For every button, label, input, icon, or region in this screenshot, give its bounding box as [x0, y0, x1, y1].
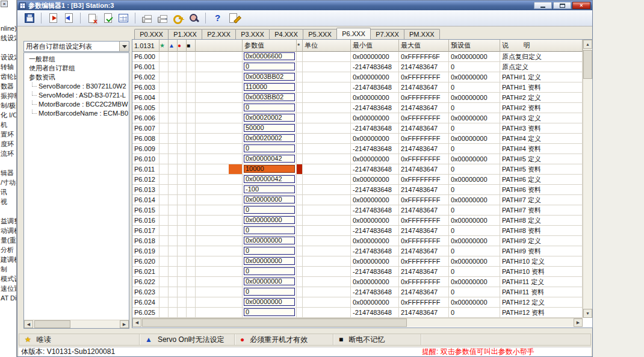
title-bar[interactable]: 参数编辑器1 : [B3] Station:3 [17, 1, 592, 10]
panel-close-icon[interactable] [1, 1, 8, 7]
param-value-input[interactable]: -100 [244, 185, 295, 193]
minimize-button[interactable] [534, 2, 552, 9]
param-value-input[interactable]: 0x0003BB02 [244, 73, 295, 81]
nav-item[interactable]: 机 [0, 120, 16, 129]
nav-item[interactable]: 视 [0, 197, 16, 206]
close-button[interactable] [572, 2, 590, 9]
param-id-cell[interactable]: P6.019 [132, 246, 159, 256]
nav-item[interactable]: AT Diagr [0, 293, 16, 303]
nav-item[interactable]: /寸动控 [0, 178, 16, 187]
scroll-left-button[interactable] [24, 320, 33, 328]
nav-item[interactable]: 设设定 [0, 52, 16, 62]
nav-item[interactable]: nline) [0, 23, 16, 33]
param-id-cell[interactable]: P6.000 [132, 52, 159, 62]
tree-item[interactable]: 使用者自订群组 [24, 64, 129, 73]
param-id-cell[interactable]: P6.010 [132, 154, 159, 164]
table-button[interactable] [116, 11, 131, 25]
tab-p0.xxx[interactable]: P0.XXX [134, 29, 169, 39]
scrollbar-thumb[interactable] [583, 50, 592, 79]
param-value-input[interactable]: 0 [244, 247, 295, 255]
nav-item[interactable]: 齿轮比 [0, 72, 16, 81]
table-vertical-scrollbar[interactable] [583, 40, 592, 318]
table-horizontal-scrollbar[interactable] [132, 318, 583, 327]
tree-item[interactable]: 参数资讯 [24, 73, 129, 82]
param-id-cell[interactable]: P6.022 [132, 277, 159, 287]
tab-p7.xxx[interactable]: P7.XXX [370, 29, 404, 39]
nav-item[interactable]: 建调机 [0, 255, 16, 264]
param-value-input[interactable]: 0x00000000 [244, 196, 295, 203]
nav-item[interactable]: 度环 [0, 139, 16, 149]
tree-item[interactable]: ServoBarcode : B30721L0W2 [24, 82, 129, 91]
nav-item[interactable]: 分析 [0, 245, 16, 255]
param-id-cell[interactable]: P6.023 [132, 287, 159, 297]
nav-item[interactable]: 化 I/O [0, 110, 16, 120]
param-id-cell[interactable]: P6.007 [132, 123, 159, 134]
scroll-left-button[interactable] [132, 318, 141, 327]
nav-item[interactable]: 转轴 [0, 62, 16, 72]
param-value-input[interactable]: 0 [244, 63, 295, 70]
param-id-cell[interactable]: P6.003 [132, 82, 159, 93]
param-value-input[interactable]: 0 [244, 144, 295, 152]
group-list-dropdown[interactable]: 用者自订群组设定列表 [23, 41, 129, 52]
tab-pm.xxx[interactable]: PM.XXX [404, 29, 440, 39]
nav-item[interactable]: 速位置排 [0, 284, 16, 293]
verify-button[interactable] [101, 11, 115, 25]
edit-button[interactable] [226, 11, 240, 25]
scroll-down-button[interactable] [583, 309, 592, 318]
param-id-cell[interactable]: P6.012 [132, 175, 159, 185]
nav-item[interactable] [0, 206, 16, 216]
param-value-input[interactable]: 0 [244, 267, 295, 275]
param-id-cell[interactable]: P6.008 [132, 134, 159, 144]
param-id-cell[interactable]: P6.001 [132, 62, 159, 72]
param-id-cell[interactable]: P6.014 [132, 195, 159, 205]
write-servo-button[interactable] [46, 11, 60, 25]
param-id-cell[interactable]: P6.004 [132, 93, 159, 103]
param-id-cell[interactable]: P6.024 [132, 297, 159, 308]
nav-item[interactable]: 制/极限 [0, 101, 16, 110]
param-value-input[interactable]: 0 [244, 206, 295, 214]
param-id-cell[interactable]: P6.002 [132, 72, 159, 82]
param-id-cell[interactable]: P6.020 [132, 256, 159, 267]
param-value-input[interactable]: 0x00000042 [244, 155, 295, 163]
tab-p2.xxx[interactable]: P2.XXX [202, 29, 236, 39]
tab-p1.xxx[interactable]: P1.XXX [168, 29, 202, 39]
nav-item[interactable]: 辑器 [0, 168, 16, 178]
scroll-right-button[interactable] [120, 320, 129, 328]
print-button[interactable] [140, 11, 154, 25]
param-id-cell[interactable]: P6.025 [132, 308, 159, 318]
param-id-cell[interactable]: P6.009 [132, 144, 159, 154]
tree-item[interactable]: 一般群组 [24, 55, 129, 64]
param-value-input[interactable]: 0 [244, 104, 295, 111]
search-button[interactable] [187, 11, 201, 25]
param-id-cell[interactable]: P6.021 [132, 267, 159, 277]
nav-item[interactable]: 置环 [0, 129, 16, 139]
tab-p6.xxx[interactable]: P6.XXX [336, 28, 371, 39]
nav-item[interactable]: 讯 [0, 187, 16, 197]
read-servo-button[interactable] [61, 11, 76, 25]
param-value-input[interactable]: 0x00000000 [244, 257, 295, 265]
scrollbar-thumb[interactable] [142, 318, 407, 327]
scrollbar-thumb[interactable] [34, 320, 70, 328]
nav-item[interactable]: 益调整 [0, 216, 16, 226]
param-id-cell[interactable]: P6.006 [132, 113, 159, 123]
tab-p5.xxx[interactable]: P5.XXX [303, 29, 337, 39]
param-value-input[interactable]: 0x00020002 [244, 134, 295, 142]
param-id-cell[interactable]: P6.017 [132, 226, 159, 236]
tab-p3.xxx[interactable]: P3.XXX [235, 29, 270, 39]
param-value-input[interactable]: 110000 [244, 83, 295, 91]
help-button[interactable] [210, 11, 224, 25]
param-id-cell[interactable]: P6.011 [132, 164, 159, 175]
save-button[interactable] [22, 11, 37, 25]
scroll-up-button[interactable] [583, 40, 592, 49]
param-value-input[interactable]: 50000 [244, 124, 295, 132]
tree-item[interactable]: MotorBarcodeName : ECM-B0 [24, 109, 129, 118]
param-value-input[interactable]: 0 [244, 288, 295, 296]
dropdown-arrow-button[interactable] [119, 42, 129, 51]
param-id-cell[interactable]: P6.005 [132, 103, 159, 113]
nav-item[interactable]: 流环 [0, 149, 16, 158]
scrollbar-track[interactable] [407, 318, 574, 327]
unlock-button[interactable] [171, 11, 185, 25]
nav-item[interactable]: 模式设 [0, 274, 16, 284]
param-value-input[interactable]: 0x0003BB02 [244, 93, 295, 101]
compare-button[interactable] [85, 11, 99, 25]
